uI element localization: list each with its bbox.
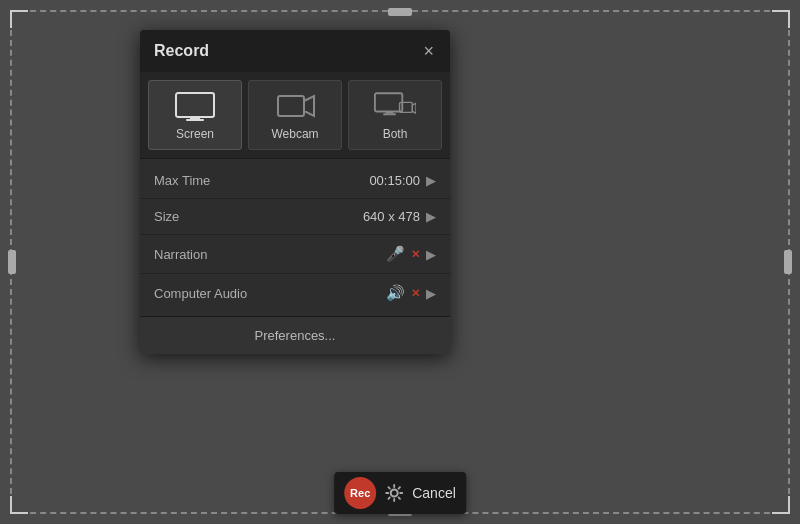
computer-audio-arrow[interactable]: ▶ — [426, 286, 436, 301]
screen-label: Screen — [176, 127, 214, 141]
rec-button[interactable]: Rec — [344, 477, 376, 509]
webcam-label: Webcam — [271, 127, 318, 141]
record-modes: Screen Webcam Bot — [140, 72, 450, 159]
mode-both-button[interactable]: Both — [348, 80, 442, 150]
mic-icon: 🎤 — [386, 245, 405, 263]
setting-computer-audio: Computer Audio 🔊 ✕ ▶ — [140, 274, 450, 312]
preferences-button[interactable]: Preferences... — [140, 316, 450, 354]
corner-tr — [772, 10, 790, 28]
corner-tl — [10, 10, 28, 28]
setting-size: Size 640 x 478 ▶ — [140, 199, 450, 235]
max-time-arrow[interactable]: ▶ — [426, 173, 436, 188]
dialog-title: Record — [154, 42, 209, 60]
close-button[interactable]: × — [421, 42, 436, 60]
narration-value: 🎤 ✕ ▶ — [386, 245, 436, 263]
audio-muted-icon: ✕ — [411, 287, 420, 300]
mode-screen-button[interactable]: Screen — [148, 80, 242, 150]
narration-arrow[interactable]: ▶ — [426, 247, 436, 262]
corner-br — [772, 496, 790, 514]
max-time-label: Max Time — [154, 173, 210, 188]
computer-audio-value: 🔊 ✕ ▶ — [386, 284, 436, 302]
svg-rect-7 — [383, 113, 396, 115]
size-text: 640 x 478 — [363, 209, 420, 224]
screen-icon — [174, 91, 216, 121]
computer-audio-label: Computer Audio — [154, 286, 247, 301]
settings-button[interactable] — [384, 483, 404, 503]
svg-rect-2 — [186, 119, 204, 121]
size-label: Size — [154, 209, 179, 224]
webcam-icon — [274, 91, 316, 121]
record-dialog: Record × Screen Webcam — [140, 30, 450, 354]
narration-label: Narration — [154, 247, 207, 262]
dialog-header: Record × — [140, 30, 450, 72]
speaker-icon: 🔊 — [386, 284, 405, 302]
svg-point-10 — [391, 490, 398, 497]
mode-webcam-button[interactable]: Webcam — [248, 80, 342, 150]
svg-marker-9 — [412, 103, 416, 113]
size-value: 640 x 478 ▶ — [363, 209, 436, 224]
setting-max-time: Max Time 00:15:00 ▶ — [140, 163, 450, 199]
both-icon — [374, 91, 416, 121]
setting-narration: Narration 🎤 ✕ ▶ — [140, 235, 450, 274]
svg-marker-4 — [304, 96, 314, 116]
both-label: Both — [383, 127, 408, 141]
svg-rect-5 — [375, 93, 402, 111]
max-time-value: 00:15:00 ▶ — [369, 173, 436, 188]
svg-rect-0 — [176, 93, 214, 117]
settings-list: Max Time 00:15:00 ▶ Size 640 x 478 ▶ Nar… — [140, 159, 450, 316]
cancel-button[interactable]: Cancel — [412, 485, 456, 501]
size-arrow[interactable]: ▶ — [426, 209, 436, 224]
handle-top[interactable] — [388, 8, 412, 16]
handle-right[interactable] — [784, 250, 792, 274]
svg-rect-6 — [386, 111, 393, 113]
svg-rect-3 — [278, 96, 304, 116]
bottom-bar: Rec Cancel — [334, 472, 466, 514]
max-time-text: 00:15:00 — [369, 173, 420, 188]
narration-muted-icon: ✕ — [411, 248, 420, 261]
handle-left[interactable] — [8, 250, 16, 274]
corner-bl — [10, 496, 28, 514]
